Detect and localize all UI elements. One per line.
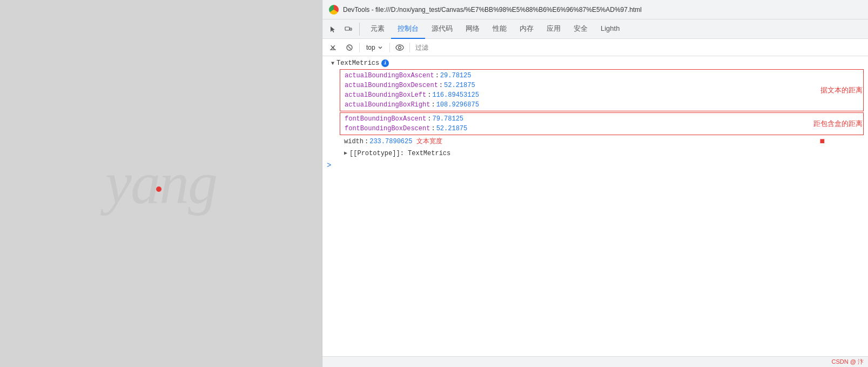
info-badge[interactable]: i: [381, 59, 389, 67]
devtools-title: DevTools - file:///D:/nox/yang_test/Canv…: [343, 6, 642, 14]
tab-memory[interactable]: 内存: [513, 19, 540, 39]
toolbar-divider-2: [389, 43, 390, 52]
svg-rect-1: [350, 28, 352, 30]
tab-performance[interactable]: 性能: [486, 19, 513, 39]
devtools-titlebar: DevTools - file:///D:/nox/yang_test/Canv…: [322, 0, 868, 19]
font-bounding-box: fontBoundingBoxAscent : 79.78125 fontBou…: [340, 112, 864, 135]
font-annotation: 距包含盒的距离: [813, 119, 863, 129]
context-label: top: [366, 44, 375, 51]
actual-annotation: 据文本的距离: [820, 85, 863, 95]
prop-fontBoundingBoxAscent: fontBoundingBoxAscent : 79.78125: [344, 114, 860, 124]
expand-arrow[interactable]: ▼: [331, 61, 334, 66]
prop-actualBoundingBoxAscent: actualBoundingBoxAscent : 29.78125: [344, 71, 860, 81]
canvas-text: yang: [105, 150, 217, 216]
tab-elements[interactable]: 元素: [364, 19, 391, 39]
textmetrics-header[interactable]: ▼ TextMetrics i: [322, 58, 868, 68]
chrome-icon: [329, 5, 339, 15]
tab-sources[interactable]: 源代码: [425, 19, 459, 39]
prop-actualBoundingBoxLeft: actualBoundingBoxLeft : 116.89453125: [344, 90, 860, 100]
width-line: width : 233.7890625 文本宽度: [322, 136, 868, 147]
chevron-down-icon: [378, 45, 383, 50]
device-icon[interactable]: [342, 23, 355, 36]
width-group: width : 233.7890625 文本宽度 ■: [322, 136, 868, 147]
stop-recording-button[interactable]: [343, 41, 356, 54]
console-body: actualBoundingBoxAscent : 29.78125 actua…: [322, 69, 868, 159]
tab-console[interactable]: 控制台: [391, 19, 425, 39]
textmetrics-label: TextMetrics: [337, 59, 379, 67]
prototype-expand-arrow[interactable]: ▶: [344, 149, 347, 158]
svg-point-6: [398, 46, 401, 49]
csdn-watermark: CSDN @ 汴: [832, 358, 864, 366]
tab-lighthouse[interactable]: Lighth: [594, 19, 626, 39]
tab-security[interactable]: 安全: [567, 19, 594, 39]
prototype-line[interactable]: ▶ [[Prototype]]: TextMetrics: [322, 148, 868, 159]
prop-actualBoundingBoxRight: actualBoundingBoxRight : 108.9296875: [344, 100, 860, 110]
devtools-panel: DevTools - file:///D:/nox/yang_test/Canv…: [322, 0, 868, 367]
tab-network[interactable]: 网络: [459, 19, 486, 39]
cursor-icon[interactable]: [327, 23, 340, 36]
prop-fontBoundingBoxDescent: fontBoundingBoxDescent : 52.21875: [344, 124, 860, 134]
tab-application[interactable]: 应用: [540, 19, 567, 39]
devtools-statusbar: CSDN @ 汴: [322, 356, 868, 367]
canvas-dot: [156, 186, 162, 192]
eye-icon[interactable]: [393, 41, 406, 54]
prop-actualBoundingBoxDescent: actualBoundingBoxDescent : 52.21875: [344, 81, 860, 90]
toolbar-divider-1: [359, 43, 360, 52]
actual-bounding-group: actualBoundingBoxAscent : 29.78125 actua…: [322, 69, 868, 111]
devtools-tabs-bar: 元素 控制台 源代码 网络 性能 内存 应用 安全 Lighth: [322, 19, 868, 39]
context-selector[interactable]: top: [363, 43, 386, 52]
devtools-icon-group: [327, 23, 360, 36]
width-dot-annotation: ■: [819, 137, 825, 146]
svg-rect-0: [345, 27, 349, 30]
actual-bounding-box: actualBoundingBoxAscent : 29.78125 actua…: [340, 69, 864, 111]
filter-input[interactable]: [413, 43, 864, 52]
prompt-symbol: >: [327, 161, 331, 170]
svg-point-5: [396, 45, 403, 50]
canvas-area: yang: [0, 0, 322, 367]
svg-line-4: [348, 46, 351, 49]
console-content: ▼ TextMetrics i actualBoundingBoxAscent …: [322, 56, 868, 356]
font-bounding-group: fontBoundingBoxAscent : 79.78125 fontBou…: [322, 112, 868, 135]
clear-console-button[interactable]: [327, 41, 340, 54]
console-prompt[interactable]: >: [322, 159, 868, 172]
toolbar-divider-3: [409, 43, 410, 52]
console-toolbar: top: [322, 39, 868, 56]
